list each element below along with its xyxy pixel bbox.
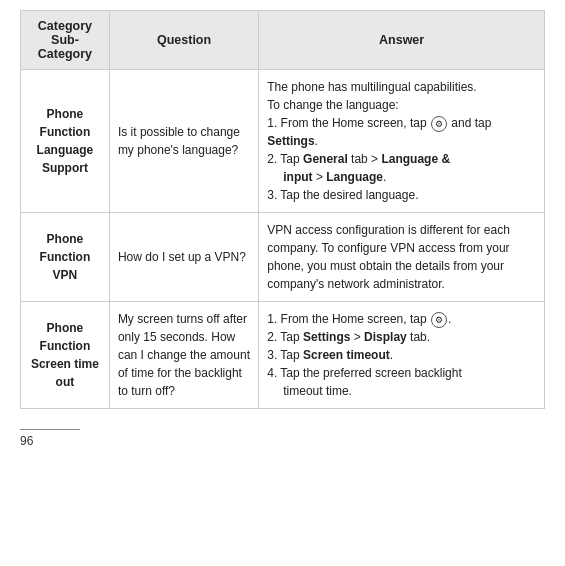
- answer-line4: 2. Tap General tab > Language &: [267, 152, 450, 166]
- category-label: Phone Function: [40, 232, 91, 264]
- answer-line4: 4. Tap the preferred screen backlight: [267, 366, 462, 380]
- question-text: Is it possible to change my phone's lang…: [118, 125, 240, 157]
- question-text: My screen turns off after only 15 second…: [118, 312, 250, 398]
- header-answer: Answer: [259, 11, 545, 70]
- answer-line2: 2. Tap Settings > Display tab.: [267, 330, 430, 344]
- main-table: Category Sub-Category Question Answer Ph…: [20, 10, 545, 409]
- category-cell: Phone Function VPN: [21, 213, 110, 302]
- answer-cell: The phone has multilingual capabilities.…: [259, 70, 545, 213]
- answer-line4b: timeout time.: [267, 382, 536, 400]
- answer-line4b: input > Language.: [267, 168, 536, 186]
- subcategory-label: Language Support: [37, 143, 94, 175]
- subcategory-label: VPN: [53, 268, 78, 282]
- answer-line1: 1. From the Home screen, tap ⚙.: [267, 312, 451, 326]
- subcategory-label: Screen time out: [31, 357, 99, 389]
- category-cell: Phone Function Screen time out: [21, 302, 110, 409]
- question-cell: My screen turns off after only 15 second…: [109, 302, 258, 409]
- table-row: Phone Function VPN How do I set up a VPN…: [21, 213, 545, 302]
- answer-line3: 1. From the Home screen, tap ⚙ and tap S…: [267, 116, 491, 148]
- category-cell: Phone Function Language Support: [21, 70, 110, 213]
- answer-line2: To change the language:: [267, 98, 398, 112]
- answer-line3: 3. Tap Screen timeout.: [267, 348, 393, 362]
- question-cell: Is it possible to change my phone's lang…: [109, 70, 258, 213]
- question-cell: How do I set up a VPN?: [109, 213, 258, 302]
- header-question: Question: [109, 11, 258, 70]
- answer-cell: VPN access configuration is different fo…: [259, 213, 545, 302]
- settings-icon: ⚙: [431, 312, 447, 328]
- category-label: Phone Function: [40, 321, 91, 353]
- settings-icon: ⚙: [431, 116, 447, 132]
- table-row: Phone Function Language Support Is it po…: [21, 70, 545, 213]
- table-row: Phone Function Screen time out My screen…: [21, 302, 545, 409]
- answer-line5: 3. Tap the desired language.: [267, 188, 418, 202]
- category-label: Phone Function: [40, 107, 91, 139]
- answer-cell: 1. From the Home screen, tap ⚙. 2. Tap S…: [259, 302, 545, 409]
- question-text: How do I set up a VPN?: [118, 250, 246, 264]
- answer-line1: The phone has multilingual capabilities.: [267, 80, 476, 94]
- answer-text: VPN access configuration is different fo…: [267, 223, 510, 291]
- header-category: Category Sub-Category: [21, 11, 110, 70]
- page-number: 96: [20, 429, 80, 448]
